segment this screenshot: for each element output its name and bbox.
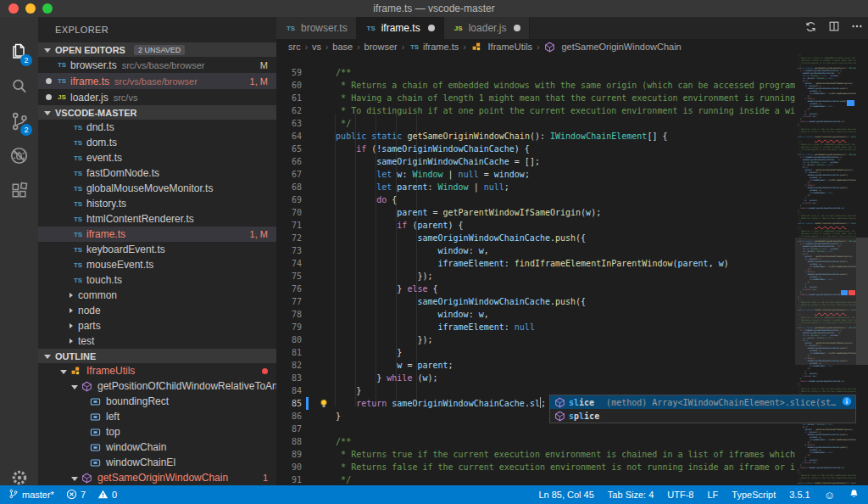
code-line-59[interactable]: 59 /** — [276, 66, 795, 79]
code-line-73[interactable]: 73 window: w, — [276, 244, 795, 257]
activity-search-button[interactable] — [0, 69, 38, 104]
vertical-scrollbar[interactable] — [856, 238, 868, 365]
outline-item-IframeUtils[interactable]: IframeUtils — [38, 363, 276, 378]
code-line-70[interactable]: 70 parent = getParentWindowIfSameOrigin(… — [276, 206, 795, 219]
outline-item-getPositionOfChildWindowRelativeToAncest[interactable]: getPositionOfChildWindowRelativeToAncest… — [38, 378, 276, 394]
tree-file-dom.ts[interactable]: TSdom.ts — [38, 135, 276, 150]
tab-iframe.ts[interactable]: TSiframe.ts — [357, 17, 444, 39]
suggest-item[interactable]: splice — [550, 409, 855, 423]
code-line-66[interactable]: 66 sameOriginWindowChainCache = []; — [276, 155, 795, 168]
code-line-74[interactable]: 74 iframeElement: findIframeElementInPar… — [276, 257, 795, 270]
tree-folder-common[interactable]: common — [38, 288, 276, 303]
code-line-71[interactable]: 71 if (parent) { — [276, 219, 795, 232]
status-utf-8[interactable]: UTF-8 — [667, 490, 693, 500]
activity-debug-button[interactable] — [0, 138, 38, 173]
unsaved-dot-icon[interactable] — [514, 25, 520, 31]
code-line-91[interactable]: 91 */ — [276, 473, 795, 485]
code-line-90[interactable]: 90 * Returns false if the current execut… — [276, 461, 795, 473]
code-line-78[interactable]: 78 window: w, — [276, 308, 795, 321]
breadcrumb-browser[interactable]: browser — [364, 42, 398, 52]
close-window-button[interactable] — [8, 3, 19, 14]
status-warning[interactable]: 0 — [97, 489, 117, 501]
code-line-77[interactable]: 77 sameOriginWindowChainCache.push({ — [276, 295, 795, 308]
breadcrumb-iframe.ts[interactable]: TSiframe.ts — [409, 42, 459, 52]
tree-file-iframe.ts[interactable]: TSiframe.ts1, M — [38, 227, 276, 242]
outline-item-top[interactable]: top — [38, 424, 276, 440]
split-editor-button[interactable] — [828, 20, 840, 36]
code-line-61[interactable]: 61 * Having a chain of length 1 might me… — [276, 92, 795, 104]
code-line-60[interactable]: 60 * Returns a chain of embedded windows… — [276, 79, 795, 92]
outline-item-windowChainEl[interactable]: windowChainEl — [38, 455, 276, 470]
tree-file-history.ts[interactable]: TShistory.ts — [38, 196, 276, 211]
activity-explorer-button[interactable]: 2 — [0, 34, 38, 69]
outline-item-left[interactable]: left — [38, 409, 276, 424]
code-line-80[interactable]: 80 }); — [276, 333, 795, 346]
status-tab-size--4[interactable]: Tab Size: 4 — [608, 490, 654, 500]
breadcrumb-IframeUtils[interactable]: IframeUtils — [470, 41, 533, 53]
unsaved-dot-icon[interactable] — [428, 25, 435, 31]
status-typescript[interactable]: TypeScript — [732, 490, 776, 500]
code-editor[interactable]: 59 /**60 * Returns a chain of embedded w… — [276, 54, 868, 485]
code-line-68[interactable]: 68 let parent: Window | null; — [276, 181, 795, 193]
code-line-69[interactable]: 69 do { — [276, 193, 795, 206]
minimap-slider[interactable] — [795, 238, 856, 365]
tree-file-htmlContentRenderer.ts[interactable]: TShtmlContentRenderer.ts — [38, 211, 276, 227]
breadcrumb-getSameOriginWindowChain[interactable]: getSameOriginWindowChain — [543, 41, 681, 53]
code-line-65[interactable]: 65 if (!sameOriginWindowChainCache) { — [276, 143, 795, 155]
suggest-item[interactable]: slice(method) Array<IWindowChainElement>… — [550, 395, 855, 409]
tree-file-fastDomNode.ts[interactable]: TSfastDomNode.ts — [38, 165, 276, 181]
breadcrumb-base[interactable]: base — [332, 42, 353, 52]
status-3-5-1[interactable]: 3.5.1 — [789, 490, 810, 500]
minimize-window-button[interactable] — [25, 3, 36, 14]
code-line-62[interactable]: 62 * To distinguish if at one point the … — [276, 104, 795, 117]
tab-loader.js[interactable]: JSloader.js — [444, 17, 531, 39]
activity-extensions-button[interactable] — [0, 173, 38, 208]
lightbulb-icon[interactable] — [319, 398, 329, 409]
info-icon[interactable] — [842, 396, 852, 406]
status-feedback[interactable]: ☺ — [824, 490, 835, 501]
code-line-81[interactable]: 81 } — [276, 346, 795, 359]
open-changes-button[interactable] — [804, 20, 817, 36]
outline-section-header[interactable]: OUTLINE — [38, 349, 276, 363]
code-line-87[interactable]: 87 — [276, 423, 795, 435]
code-line-89[interactable]: 89 * Returns true if the current executi… — [276, 448, 795, 461]
activity-source-control-button[interactable]: 2 — [0, 104, 38, 138]
breadcrumb-src[interactable]: src — [288, 42, 301, 52]
more-actions-button[interactable] — [851, 20, 863, 36]
status-bell[interactable] — [849, 488, 860, 501]
breadcrumb-vs[interactable]: vs — [312, 42, 321, 52]
outline-item-windowChain[interactable]: windowChain — [38, 440, 276, 455]
open-editor-loader.js[interactable]: JSloader.jssrc/vs — [38, 89, 276, 105]
code-line-88[interactable]: 88 /** — [276, 435, 795, 448]
tree-folder-parts[interactable]: parts — [38, 318, 276, 333]
tree-file-dnd.ts[interactable]: TSdnd.ts — [38, 120, 276, 135]
tree-file-keyboardEvent.ts[interactable]: TSkeyboardEvent.ts — [38, 242, 276, 257]
tree-file-touch.ts[interactable]: TStouch.ts — [38, 272, 276, 288]
outline-item-getSameOriginWindowChain[interactable]: getSameOriginWindowChain1 — [38, 470, 276, 485]
status-branch[interactable]: master* — [8, 488, 54, 501]
code-line-72[interactable]: 72 sameOriginWindowChainCache.push({ — [276, 232, 795, 244]
tab-browser.ts[interactable]: TSbrowser.ts — [276, 17, 357, 39]
zoom-window-button[interactable] — [42, 3, 53, 14]
tree-file-mouseEvent.ts[interactable]: TSmouseEvent.ts — [38, 257, 276, 272]
status-error[interactable]: 7 — [66, 489, 86, 501]
code-line-64[interactable]: 64 public static getSameOriginWindowChai… — [276, 130, 795, 143]
open-editor-iframe.ts[interactable]: TSiframe.tssrc/vs/base/browser1, M — [38, 73, 276, 89]
tree-file-globalMouseMoveMonitor.ts[interactable]: TSglobalMouseMoveMonitor.ts — [38, 181, 276, 196]
status-ln-85--col-45[interactable]: Ln 85, Col 45 — [538, 490, 593, 500]
tree-folder-test[interactable]: test — [38, 333, 276, 349]
code-line-83[interactable]: 83 } while (w); — [276, 372, 795, 384]
code-line-67[interactable]: 67 let w: Window | null = window; — [276, 168, 795, 181]
open-editors-header[interactable]: OPEN EDITORS 2 UNSAVED — [38, 42, 276, 57]
code-line-63[interactable]: 63 */ — [276, 117, 795, 130]
code-line-75[interactable]: 75 }); — [276, 270, 795, 283]
project-section-header[interactable]: VSCODE-MASTER — [38, 105, 276, 120]
code-line-82[interactable]: 82 w = parent; — [276, 359, 795, 372]
code-line-79[interactable]: 79 iframeElement: null — [276, 321, 795, 333]
tree-folder-node[interactable]: node — [38, 303, 276, 318]
open-editor-browser.ts[interactable]: TSbrowser.tssrc/vs/base/browserM — [38, 57, 276, 73]
code-line-76[interactable]: 76 } else { — [276, 283, 795, 295]
outline-item-boundingRect[interactable]: boundingRect — [38, 394, 276, 409]
status-lf[interactable]: LF — [707, 490, 718, 500]
tree-file-event.ts[interactable]: TSevent.ts — [38, 150, 276, 165]
